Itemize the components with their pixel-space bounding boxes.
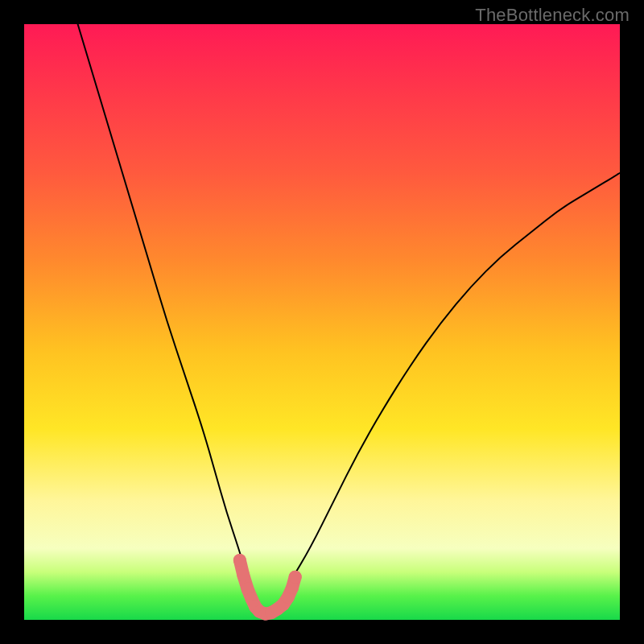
highlight-marker — [233, 554, 246, 567]
plot-area — [24, 24, 620, 620]
highlight-marker — [237, 569, 250, 582]
highlight-marker — [289, 571, 302, 584]
bottleneck-curve — [78, 24, 620, 614]
highlight-markers — [233, 554, 302, 621]
watermark-text: TheBottleneck.com — [475, 5, 630, 26]
chart-frame: TheBottleneck.com — [0, 0, 644, 644]
curve-svg — [24, 24, 620, 620]
